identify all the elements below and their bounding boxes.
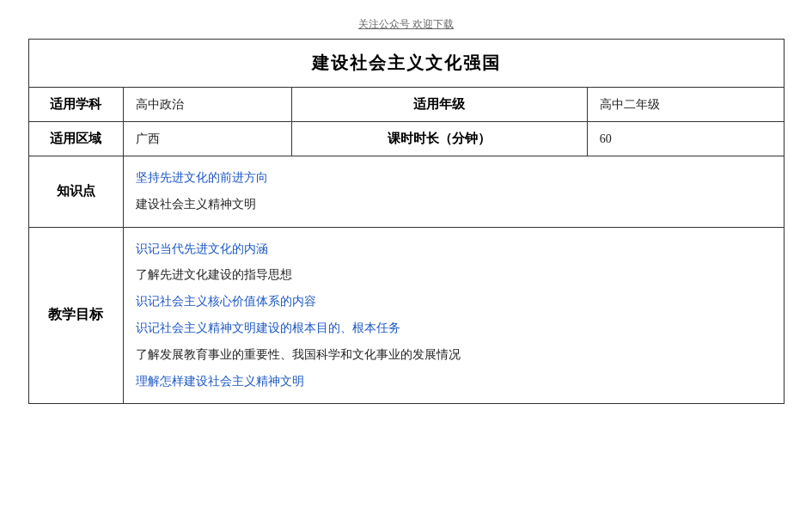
main-table: 建设社会主义文化强国 适用学科 高中政治 适用年级 高中二年级 适用区域 广西 … <box>28 39 785 404</box>
goal-item: 识记社会主义核心价值体系的内容 <box>136 289 772 315</box>
knowledge-item: 坚持先进文化的前进方向 <box>136 165 772 192</box>
goal-row: 教学目标 识记当代先进文化的内涵了解先进文化建设的指导思想识记社会主义核心价值体… <box>28 227 784 404</box>
goal-item: 了解先进文化建设的指导思想 <box>136 262 772 289</box>
main-title: 建设社会主义文化强国 <box>28 40 784 88</box>
goal-item: 了解发展教育事业的重要性、我国科学和文化事业的发展情况 <box>136 342 772 369</box>
region-row: 适用区域 广西 课时时长（分钟） 60 <box>28 122 784 156</box>
top-link[interactable]: 关注公众号 欢迎下载 <box>358 17 454 32</box>
duration-label: 课时时长（分钟） <box>291 122 587 156</box>
knowledge-label: 知识点 <box>28 156 123 228</box>
grade-value: 高中二年级 <box>587 88 784 122</box>
knowledge-item: 建设社会主义精神文明 <box>136 192 772 218</box>
region-label: 适用区域 <box>28 122 123 156</box>
region-value: 广西 <box>123 122 291 156</box>
goal-item: 识记当代先进文化的内涵 <box>136 236 772 263</box>
subject-value: 高中政治 <box>123 88 291 122</box>
knowledge-row: 知识点 坚持先进文化的前进方向建设社会主义精神文明 <box>28 156 784 228</box>
goal-item: 识记社会主义精神文明建设的根本目的、根本任务 <box>136 315 772 342</box>
subject-label: 适用学科 <box>28 88 123 122</box>
title-row: 建设社会主义文化强国 <box>28 40 784 88</box>
goal-label: 教学目标 <box>28 227 123 404</box>
goal-content: 识记当代先进文化的内涵了解先进文化建设的指导思想识记社会主义核心价值体系的内容识… <box>123 227 784 404</box>
knowledge-content: 坚持先进文化的前进方向建设社会主义精神文明 <box>123 156 784 228</box>
duration-value: 60 <box>587 122 784 156</box>
subject-row: 适用学科 高中政治 适用年级 高中二年级 <box>28 88 784 122</box>
goal-item: 理解怎样建设社会主义精神文明 <box>136 369 772 395</box>
grade-label: 适用年级 <box>291 88 587 122</box>
